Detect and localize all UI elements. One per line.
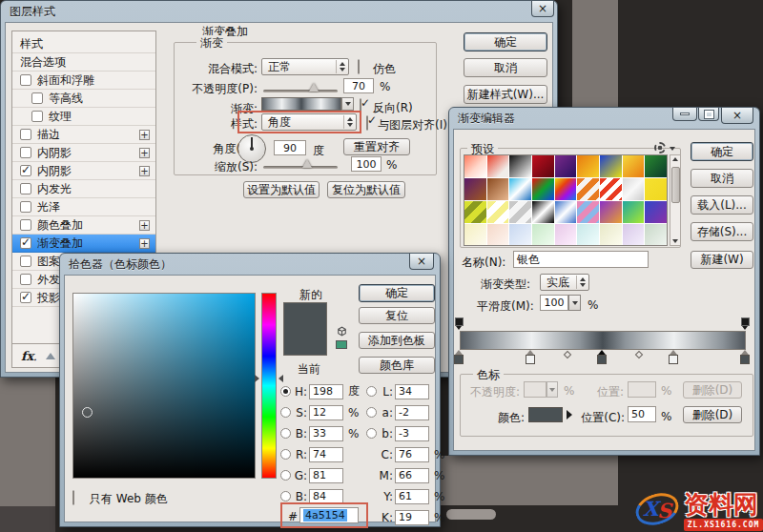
effect-list-item[interactable]: 等高线 (12, 90, 155, 108)
effect-checkbox[interactable] (31, 92, 43, 104)
color-component-field[interactable]: -3 (395, 426, 429, 441)
color-component-field[interactable]: 76 (395, 447, 429, 462)
hex-input[interactable]: 4a5154 (299, 507, 359, 523)
gamut-safe-swatch[interactable] (336, 340, 347, 349)
effect-checkbox[interactable] (20, 165, 31, 176)
color-component-field[interactable]: -2 (395, 405, 429, 420)
layer-style-titlebar[interactable]: 图层样式 (1, 1, 557, 22)
gradient-preset-swatch[interactable] (600, 224, 622, 246)
color-location-field[interactable]: 50 (628, 406, 656, 422)
color-stop[interactable] (526, 350, 537, 365)
color-mode-radio[interactable] (280, 407, 291, 418)
color-component-field[interactable]: 66 (395, 468, 429, 483)
expand-plus-icon[interactable]: + (139, 166, 150, 176)
opacity-field[interactable]: 70 (343, 78, 374, 93)
blend-mode-select[interactable]: 正常 (261, 58, 349, 75)
gradient-preset-swatch[interactable] (623, 201, 645, 223)
color-component-field[interactable]: 12 (309, 405, 343, 420)
gradient-preset-swatch[interactable] (487, 201, 509, 223)
effect-checkbox[interactable] (20, 129, 31, 140)
color-component-field[interactable]: 198 (309, 384, 343, 399)
opacity-slider-thumb[interactable] (309, 83, 319, 92)
color-mode-radio[interactable] (280, 428, 291, 439)
maximize-button[interactable] (698, 108, 719, 121)
gradient-preset-swatch[interactable] (555, 224, 577, 246)
ok-button[interactable]: 确定 (359, 284, 435, 302)
color-mode-radio[interactable] (280, 470, 291, 481)
gradient-preset-swatch[interactable] (645, 224, 667, 246)
effect-list-item[interactable]: 内阴影+ (12, 162, 155, 180)
hue-slider[interactable] (261, 293, 277, 479)
effect-checkbox[interactable] (20, 201, 31, 213)
minimize-button[interactable] (672, 108, 697, 121)
gradient-preset-swatch[interactable] (555, 178, 577, 200)
gradient-preset-swatch[interactable] (487, 224, 509, 246)
gradient-type-select[interactable]: 实底 (540, 274, 589, 291)
color-component-field[interactable]: 84 (309, 489, 343, 504)
color-mode-radio[interactable] (366, 386, 377, 397)
gradient-preset-swatch[interactable] (645, 201, 667, 223)
saturation-brightness-field[interactable] (72, 293, 256, 479)
color-stops-track[interactable] (460, 350, 746, 367)
effect-checkbox[interactable] (20, 74, 31, 86)
gradient-preset-swatch[interactable] (487, 178, 509, 200)
gradient-preset-swatch[interactable] (509, 201, 531, 223)
angle-field[interactable]: 90 (274, 140, 306, 155)
load-button[interactable]: 载入(L)... (691, 195, 753, 215)
gradient-preset-swatch[interactable] (487, 155, 509, 177)
effect-list-item[interactable]: 样式 (12, 35, 155, 53)
save-button[interactable]: 存储(S)... (691, 222, 753, 241)
effect-list-item[interactable]: 纹理 (12, 108, 155, 126)
opacity-stop[interactable] (455, 317, 464, 331)
scroll-up-icon[interactable] (672, 157, 678, 161)
expand-plus-icon[interactable]: + (139, 148, 150, 158)
make-default-button[interactable]: 设置为默认值 (243, 181, 320, 198)
stop-color-swatch[interactable] (528, 407, 563, 422)
ok-button[interactable]: 确定 (464, 32, 547, 51)
scroll-down-icon[interactable] (672, 239, 678, 243)
gradient-preset-swatch[interactable] (600, 178, 622, 200)
align-checkbox[interactable] (366, 115, 368, 131)
add-to-swatches-button[interactable]: 添加到色板 (359, 332, 435, 349)
gradient-preset-swatch[interactable] (623, 155, 645, 177)
cancel-button[interactable]: 取消 (691, 169, 753, 188)
reset-align-button[interactable]: 重置对齐 (343, 138, 410, 155)
color-mode-radio[interactable] (366, 407, 377, 418)
gradient-preset-swatch[interactable] (532, 224, 554, 246)
color-component-field[interactable]: 61 (395, 489, 429, 504)
dither-checkbox[interactable] (358, 59, 360, 74)
gamut-warning-cube-icon[interactable] (336, 325, 348, 338)
gradient-editor-close-button[interactable]: × (721, 108, 753, 124)
hue-arrow-left-icon[interactable] (255, 375, 259, 382)
color-picker-titlebar[interactable]: 拾色器（色标颜色） (60, 254, 440, 275)
presets-menu-arrow-icon[interactable] (670, 147, 675, 151)
effect-list-item[interactable]: 内发光 (12, 180, 155, 198)
gradient-preset-swatch[interactable] (577, 155, 599, 177)
ok-button[interactable]: 确定 (691, 142, 753, 161)
gradient-preview-strip[interactable] (261, 97, 341, 111)
effect-checkbox[interactable] (20, 292, 31, 303)
gradient-preset-swatch[interactable] (509, 155, 531, 177)
midpoint-diamond[interactable] (634, 351, 642, 358)
web-only-checkbox[interactable] (72, 490, 74, 505)
scale-slider-thumb[interactable] (302, 159, 312, 168)
gradient-preset-swatch[interactable] (577, 224, 599, 246)
color-stop[interactable] (597, 350, 608, 365)
effect-checkbox[interactable] (20, 256, 31, 267)
color-mode-radio[interactable] (280, 449, 291, 460)
scroll-thumb[interactable] (671, 167, 680, 203)
color-stop[interactable] (740, 350, 752, 365)
new-style-button[interactable]: 新建样式(W)... (464, 85, 547, 104)
new-gradient-button[interactable]: 新建(W) (691, 251, 753, 269)
effect-checkbox[interactable] (20, 219, 31, 231)
hue-arrow-right-icon[interactable] (278, 375, 283, 382)
opacity-stop[interactable] (741, 317, 751, 331)
color-component-field[interactable]: 81 (309, 468, 343, 483)
effect-list-item[interactable]: 内阴影+ (12, 144, 155, 162)
gradient-preset-swatch[interactable] (600, 201, 622, 223)
midpoint-diamond[interactable] (563, 351, 570, 358)
effect-checkbox[interactable] (20, 147, 31, 158)
color-mode-radio[interactable] (280, 386, 291, 397)
color-stop[interactable] (669, 350, 680, 365)
gradient-preset-swatch[interactable] (600, 155, 622, 177)
